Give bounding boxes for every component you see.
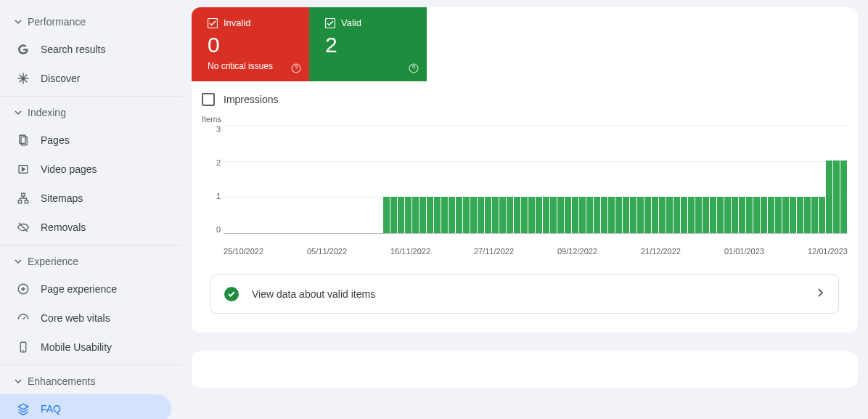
chart-bar <box>478 197 484 233</box>
chart-bar <box>739 197 745 233</box>
google-icon <box>16 42 30 57</box>
svg-rect-3 <box>22 193 25 196</box>
chart-bar <box>782 197 789 233</box>
chart-bar <box>724 197 731 233</box>
check-circle-icon <box>224 287 239 301</box>
chart-x-axis: 25/10/2022 05/11/2022 16/11/2022 27/11/2… <box>224 247 848 256</box>
sidebar-header-enhancements[interactable]: Enhancements <box>0 368 181 394</box>
xtick: 09/12/2022 <box>557 247 597 256</box>
sidebar-item-discover[interactable]: Discover <box>0 64 171 93</box>
chart-bar <box>528 197 535 233</box>
chevron-down-icon <box>15 258 22 265</box>
chart-bar <box>790 197 796 233</box>
chart-bar <box>550 197 557 233</box>
status-card: Invalid 0 No critical issues Valid 2 Imp… <box>192 7 858 333</box>
chart-bar <box>514 197 520 233</box>
help-icon[interactable] <box>408 62 419 74</box>
sidebar-item-page-experience[interactable]: Page experience <box>0 274 171 304</box>
xtick: 16/11/2022 <box>390 247 430 256</box>
chart-bar <box>383 197 390 233</box>
chart-bar <box>405 197 412 233</box>
chart-bar <box>615 197 622 233</box>
sidebar-item-label: Removals <box>41 221 86 233</box>
sidebar-header-experience[interactable]: Experience <box>0 248 181 274</box>
stat-invalid[interactable]: Invalid 0 No critical issues <box>192 7 309 81</box>
chart-bar <box>840 160 847 233</box>
xtick: 12/01/2023 <box>808 247 848 256</box>
chart-bar <box>565 197 571 233</box>
chart-bar <box>572 197 578 233</box>
sidebar-header-label: Enhancements <box>28 375 95 387</box>
chart-bar <box>644 197 651 233</box>
chart-bar <box>804 197 811 233</box>
sidebar-item-label: Search results <box>41 44 105 55</box>
chart-plot <box>224 125 848 234</box>
plus-circle-icon <box>16 282 30 296</box>
chart-bar <box>623 197 629 233</box>
view-valid-data-link[interactable]: View data about valid items <box>210 274 839 314</box>
chart-bar <box>463 197 470 233</box>
chart-bar <box>594 197 600 233</box>
asterisk-icon <box>16 71 30 86</box>
sidebar-header-indexing[interactable]: Indexing <box>0 99 181 126</box>
sidebar-section-enhancements: Enhancements FAQ <box>0 365 181 419</box>
chart-bar <box>449 197 455 233</box>
chart-bar <box>630 197 636 233</box>
chart-bar <box>652 197 658 233</box>
chart-bar <box>797 197 803 233</box>
chart-bar <box>557 197 564 233</box>
chart-bar <box>579 197 586 233</box>
layers-icon <box>16 402 30 416</box>
sidebar-section-indexing: Indexing Pages Video pages Sitemaps Remo… <box>0 97 181 245</box>
impressions-label: Impressions <box>224 94 278 105</box>
ytick: 0 <box>202 225 221 234</box>
chart-bar <box>717 197 724 233</box>
pages-icon <box>16 133 30 147</box>
sidebar-item-sitemaps[interactable]: Sitemaps <box>0 184 171 213</box>
impressions-toggle[interactable]: Impressions <box>192 81 858 110</box>
sidebar-item-label: Discover <box>41 73 80 84</box>
chart-bar <box>441 197 448 233</box>
chart-bar <box>746 197 753 233</box>
checkbox-unchecked-icon <box>202 93 215 106</box>
help-icon[interactable] <box>290 62 302 74</box>
stat-valid-value: 2 <box>325 33 414 57</box>
sidebar-item-faq[interactable]: FAQ <box>0 394 171 419</box>
sidebar-item-mobile-usability[interactable]: Mobile Usability <box>0 333 171 362</box>
stat-invalid-value: 0 <box>208 33 296 57</box>
chart-bar <box>681 197 687 233</box>
sidebar-item-removals[interactable]: Removals <box>0 213 171 242</box>
sidebar: Performance Search results Discover Inde… <box>0 0 181 419</box>
sidebar-section-performance: Performance Search results Discover <box>0 6 181 97</box>
sidebar-item-label: Mobile Usability <box>41 341 112 353</box>
chart-y-axis: 3 2 1 0 <box>202 125 221 234</box>
chart-bar <box>521 197 528 233</box>
sitemap-icon <box>16 191 30 206</box>
chart-bar <box>710 197 716 233</box>
ytick: 3 <box>202 125 221 134</box>
sidebar-header-performance[interactable]: Performance <box>0 9 181 35</box>
ytick: 1 <box>202 192 221 200</box>
stat-valid[interactable]: Valid 2 <box>309 7 427 81</box>
sidebar-item-search-results[interactable]: Search results <box>0 35 171 64</box>
xtick: 01/01/2023 <box>724 247 764 256</box>
chart-bar <box>753 197 760 233</box>
sidebar-item-label: Pages <box>41 134 70 146</box>
sidebar-item-core-web-vitals[interactable]: Core web vitals <box>0 304 171 333</box>
video-icon <box>16 162 30 176</box>
chart-bar <box>819 197 825 233</box>
mobile-icon <box>16 340 30 354</box>
sidebar-item-video-pages[interactable]: Video pages <box>0 155 171 184</box>
chart: Items 3 2 1 0 25/10/2022 05/11/2022 <box>192 110 858 263</box>
chart-bar <box>826 160 832 233</box>
chart-bar <box>703 197 709 233</box>
ytick: 2 <box>202 158 221 167</box>
chart-bar <box>586 197 593 233</box>
sidebar-item-label: Sitemaps <box>41 192 83 204</box>
chart-bar <box>695 197 702 233</box>
chart-bar <box>456 197 462 233</box>
xtick: 21/12/2022 <box>641 247 681 256</box>
chart-bar <box>536 197 542 233</box>
sidebar-item-pages[interactable]: Pages <box>0 126 171 155</box>
chevron-down-icon <box>15 18 22 25</box>
